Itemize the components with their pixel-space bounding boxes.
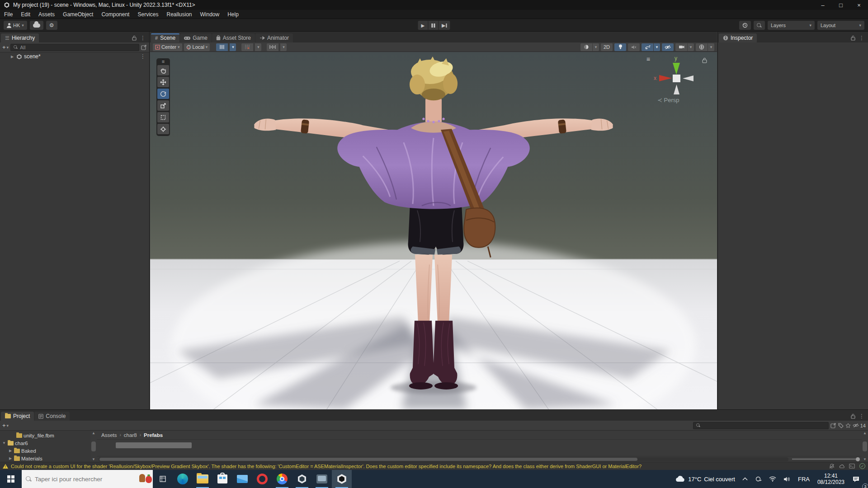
- scene-camera-dropdown[interactable]: ▾: [688, 43, 694, 51]
- project-search-field[interactable]: [703, 423, 826, 428]
- audio-toggle[interactable]: [628, 43, 640, 51]
- hidden-packages-counter[interactable]: 14: [853, 423, 866, 428]
- statusbar-warning-text[interactable]: Could not create a custom UI for the sha…: [11, 464, 826, 469]
- menu-component[interactable]: Component: [97, 10, 133, 19]
- tree-item-baked[interactable]: ▶ Baked: [0, 447, 90, 455]
- search-doodle-icon[interactable]: [139, 473, 148, 485]
- taskbar-edge[interactable]: [173, 470, 193, 488]
- menu-services[interactable]: Services: [133, 10, 162, 19]
- scroll-up-icon[interactable]: ▲: [92, 431, 95, 435]
- rotate-tool[interactable]: [157, 89, 169, 99]
- breadcrumb-assets[interactable]: Assets: [101, 432, 117, 438]
- scale-tool[interactable]: [157, 100, 169, 111]
- tool-orientation-dropdown[interactable]: Local ▾: [184, 43, 210, 51]
- kebab-menu-icon[interactable]: ⋮: [859, 413, 864, 419]
- pause-button[interactable]: [428, 21, 438, 30]
- editor-statusbar[interactable]: Could not create a custom UI for the sha…: [0, 462, 868, 470]
- scene-visibility-toggle[interactable]: [662, 43, 674, 51]
- notification-center-button[interactable]: 3: [849, 470, 866, 488]
- create-object-button[interactable]: + ▾: [2, 44, 9, 51]
- lock-icon[interactable]: [132, 35, 137, 41]
- notifications-muted-icon[interactable]: [829, 464, 835, 469]
- lock-icon[interactable]: [851, 413, 855, 419]
- task-view-button[interactable]: [153, 470, 173, 488]
- horizontal-scrollbar[interactable]: [97, 456, 862, 462]
- hierarchy-search-input[interactable]: All: [10, 44, 139, 51]
- layout-dropdown[interactable]: Layout▾: [817, 21, 864, 30]
- assets-scrollbar[interactable]: ▲ ▼: [862, 431, 868, 462]
- snap-settings-dropdown[interactable]: ▾: [280, 43, 287, 51]
- snap-settings-button[interactable]: [267, 43, 278, 51]
- 2d-toggle[interactable]: 2D: [601, 43, 613, 51]
- overlay-drag-handle[interactable]: ≡: [162, 60, 165, 64]
- asset-grid-area[interactable]: [97, 440, 862, 456]
- lighting-toggle[interactable]: [614, 43, 626, 51]
- tab-game[interactable]: Game: [180, 33, 212, 42]
- breadcrumb-prefabs[interactable]: Prefabs: [144, 432, 163, 438]
- tab-asset-store[interactable]: Asset Store: [212, 33, 255, 42]
- taskbar-search-input[interactable]: [35, 476, 136, 483]
- shading-mode-dropdown[interactable]: ▾: [593, 43, 599, 51]
- tab-hierarchy[interactable]: ☰ Hierarchy: [1, 33, 39, 42]
- play-button[interactable]: ▶: [418, 21, 428, 30]
- lock-icon[interactable]: [851, 35, 855, 41]
- account-button[interactable]: HK ▾: [4, 21, 27, 30]
- tree-item-unity-file-fbm[interactable]: unity_file.fbm: [0, 432, 90, 439]
- tray-meet-now-button[interactable]: [752, 470, 765, 488]
- console-status-icon[interactable]: [849, 464, 855, 469]
- undo-history-button[interactable]: [739, 21, 751, 30]
- grid-snapping-toggle[interactable]: [216, 43, 228, 51]
- tab-console[interactable]: Console: [34, 412, 70, 421]
- tray-chevron-button[interactable]: [739, 470, 751, 488]
- breadcrumb-char8[interactable]: char8: [124, 432, 137, 438]
- tab-inspector[interactable]: Inspector: [719, 33, 757, 42]
- collapse-arrow-icon[interactable]: ▼: [2, 441, 6, 445]
- start-button[interactable]: [0, 470, 22, 488]
- cloud-status-icon[interactable]: [839, 464, 844, 469]
- scrollbar-thumb[interactable]: [91, 441, 96, 451]
- expand-arrow-icon[interactable]: ▶: [8, 456, 13, 460]
- hierarchy-item-scene[interactable]: ▶ scene* ⋮: [0, 52, 149, 61]
- project-search-input[interactable]: [693, 422, 829, 429]
- picker-icon[interactable]: [141, 45, 147, 50]
- tree-item-materials[interactable]: ▶ Materials: [0, 455, 90, 462]
- scene-camera-button[interactable]: [675, 43, 687, 51]
- weather-widget[interactable]: 17°C Ciel couvert: [672, 470, 738, 488]
- scrollbar-thumb[interactable]: [99, 458, 637, 461]
- tab-project[interactable]: Project: [1, 412, 34, 421]
- transform-tool[interactable]: [157, 124, 169, 134]
- layers-dropdown[interactable]: Layers▾: [768, 21, 815, 30]
- view-hand-tool[interactable]: [157, 65, 169, 75]
- kebab-menu-icon[interactable]: ⋮: [140, 35, 146, 41]
- tool-pivot-dropdown[interactable]: Center ▾: [153, 43, 182, 51]
- taskbar-capture-app[interactable]: [312, 470, 332, 488]
- effects-dropdown[interactable]: ▾: [654, 43, 660, 51]
- taskbar-unity-editor[interactable]: [332, 470, 352, 488]
- taskbar-mail[interactable]: [232, 470, 252, 488]
- scene-viewport[interactable]: ≡ ≡ y x: [150, 52, 717, 409]
- increment-snap-toggle[interactable]: [241, 43, 253, 51]
- taskbar-search[interactable]: [22, 470, 153, 488]
- tree-item-char6[interactable]: ▼ char6: [0, 439, 90, 447]
- expand-arrow-icon[interactable]: ▶: [8, 449, 13, 453]
- gizmos-dropdown[interactable]: ▾: [708, 43, 714, 51]
- search-by-type-icon[interactable]: [830, 423, 836, 428]
- slider-knob[interactable]: [856, 457, 860, 461]
- shading-mode-button[interactable]: [580, 43, 592, 51]
- menu-gameobject[interactable]: GameObject: [59, 10, 97, 19]
- menu-reallusion[interactable]: Reallusion: [162, 10, 196, 19]
- kebab-menu-icon[interactable]: ⋮: [859, 35, 864, 41]
- tray-language-button[interactable]: FRA: [795, 470, 813, 488]
- effects-toggle[interactable]: [642, 43, 653, 51]
- tab-scene[interactable]: # Scene: [151, 33, 179, 42]
- tray-wifi-button[interactable]: [766, 470, 779, 488]
- expand-arrow-icon[interactable]: ▶: [10, 55, 14, 59]
- gizmos-button[interactable]: [696, 43, 708, 51]
- projection-mode-label[interactable]: ≺ Persp: [657, 97, 679, 103]
- menu-file[interactable]: File: [0, 10, 17, 19]
- tab-animator[interactable]: Animator: [255, 33, 293, 42]
- gizmo-lock-icon[interactable]: [702, 57, 707, 63]
- close-button[interactable]: ×: [850, 0, 868, 10]
- minimize-button[interactable]: –: [814, 0, 832, 10]
- thumbnail-zoom-slider[interactable]: [792, 457, 860, 461]
